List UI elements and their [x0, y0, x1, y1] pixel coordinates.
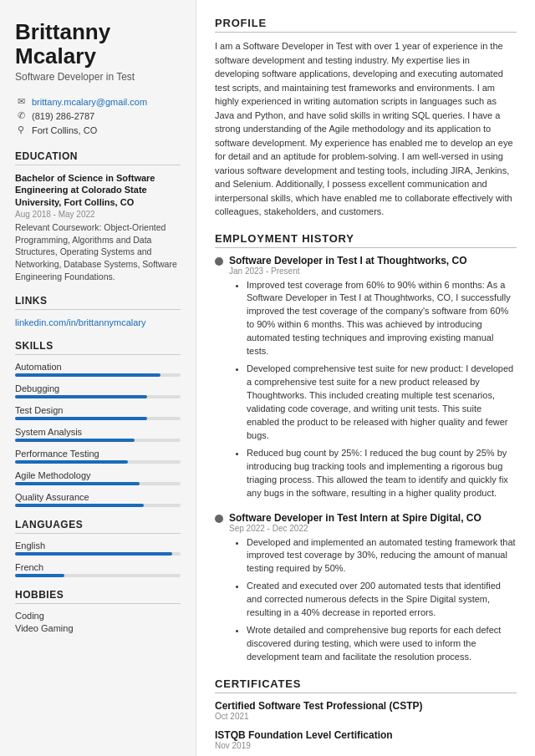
- job-bullets-1: Improved test coverage from 60% to 90% w…: [235, 279, 517, 500]
- job-date-2: Sep 2022 - Dec 2022: [229, 524, 517, 533]
- hobbies-section-header: HOBBIES: [15, 589, 181, 604]
- job-dot-1: [215, 257, 223, 266]
- skill-bar-bg: [15, 439, 181, 442]
- cert-name-2: ISTQB Foundation Level Certification: [215, 729, 517, 741]
- education-date: Aug 2018 - May 2022: [15, 210, 181, 219]
- skill-bar-bg: [15, 395, 181, 398]
- skill-bar-bg: [15, 504, 181, 507]
- contact-block: ✉ brittany.mcalary@gmail.com ✆ (819) 286…: [15, 96, 181, 135]
- skill-system-analysis: System Analysis: [15, 427, 181, 442]
- employment-header: EMPLOYMENT HISTORY: [215, 232, 517, 248]
- job-bullet-1-1: Improved test coverage from 60% to 90% w…: [247, 279, 517, 359]
- skill-test-design: Test Design: [15, 405, 181, 420]
- education-coursework: Relevant Coursework: Object-Oriented Pro…: [15, 221, 181, 282]
- candidate-title: Software Developer in Test: [15, 71, 181, 83]
- job-title-line-1: Software Developer in Test I at Thoughtw…: [215, 255, 517, 266]
- cert-date-2: Nov 2019: [215, 741, 517, 750]
- job-title-1: Software Developer in Test I at Thoughtw…: [229, 255, 466, 266]
- cert-block-1: Certified Software Test Professional (CS…: [215, 700, 517, 721]
- skill-bar-fill: [15, 417, 147, 420]
- skills-section-header: SKILLS: [15, 340, 181, 355]
- email-link[interactable]: brittany.mcalary@gmail.com: [32, 97, 147, 107]
- skill-bar-bg: [15, 373, 181, 377]
- contact-location: ⚲ Fort Collins, CO: [15, 124, 181, 135]
- cert-date-1: Oct 2021: [215, 712, 517, 721]
- profile-text: I am a Software Developer in Test with o…: [215, 39, 517, 219]
- profile-header: PROFILE: [215, 17, 517, 33]
- job-block-2: Software Developer in Test Intern at Spi…: [215, 512, 517, 664]
- education-section-header: EDUCATION: [15, 150, 181, 165]
- job-bullet-2-1: Developed and implemented an automated t…: [247, 536, 517, 576]
- phone-icon: ✆: [15, 110, 27, 121]
- linkedin-link[interactable]: linkedin.com/in/brittannymcalary: [15, 317, 146, 327]
- job-date-1: Jan 2023 - Present: [229, 266, 517, 276]
- job-bullet-2-2: Created and executed over 200 automated …: [247, 580, 517, 620]
- job-bullets-2: Developed and implemented an automated t…: [235, 536, 517, 664]
- links-section-header: LINKS: [15, 295, 181, 310]
- main-content: PROFILE I am a Software Developer in Tes…: [196, 0, 535, 756]
- skill-bar-fill: [15, 395, 147, 398]
- skill-bar-bg: [15, 482, 181, 485]
- skill-performance-testing: Performance Testing: [15, 449, 181, 464]
- skill-bar-fill: [15, 482, 140, 485]
- contact-phone: ✆ (819) 286-2787: [15, 110, 181, 121]
- linkedin-link-item: linkedin.com/in/brittannymcalary: [15, 317, 181, 328]
- location-icon: ⚲: [15, 124, 27, 135]
- skill-bar-fill: [15, 460, 128, 464]
- job-title-2: Software Developer in Test Intern at Spi…: [229, 512, 482, 524]
- skill-bar-bg: [15, 417, 181, 420]
- lang-english: English: [15, 540, 181, 556]
- skill-quality-assurance: Quality Assurance: [15, 492, 181, 507]
- lang-bar-bg: [15, 552, 181, 556]
- cert-block-2: ISTQB Foundation Level Certification Nov…: [215, 729, 517, 750]
- skill-debugging: Debugging: [15, 383, 181, 398]
- lang-french: French: [15, 562, 181, 577]
- hobby-video-gaming: Video Gaming: [15, 623, 181, 633]
- lang-bar-fill: [15, 552, 172, 556]
- cert-name-1: Certified Software Test Professional (CS…: [215, 700, 517, 712]
- sidebar: Brittanny Mcalary Software Developer in …: [0, 0, 196, 756]
- skill-bar-fill: [15, 504, 144, 507]
- lang-bar-bg: [15, 574, 181, 577]
- candidate-name: Brittanny Mcalary: [15, 20, 181, 68]
- job-bullet-1-3: Reduced bug count by 25%: I reduced the …: [247, 447, 517, 500]
- email-icon: ✉: [15, 96, 27, 107]
- skill-bar-bg: [15, 460, 181, 464]
- job-bullet-1-2: Developed comprehensive test suite for n…: [247, 363, 517, 443]
- hobby-coding: Coding: [15, 611, 181, 621]
- job-bullet-2-3: Wrote detailed and comprehensive bug rep…: [247, 624, 517, 664]
- education-degree: Bachelor of Science in Software Engineer…: [15, 172, 181, 208]
- job-block-1: Software Developer in Test I at Thoughtw…: [215, 255, 517, 500]
- skill-bar-fill: [15, 373, 160, 377]
- lang-bar-fill: [15, 574, 64, 577]
- certificates-header: CERTIFICATES: [215, 677, 517, 693]
- languages-section-header: LANGUAGES: [15, 519, 181, 534]
- skill-agile-methodology: Agile Methodology: [15, 470, 181, 485]
- job-title-line-2: Software Developer in Test Intern at Spi…: [215, 512, 517, 524]
- job-dot-2: [215, 515, 223, 523]
- contact-email: ✉ brittany.mcalary@gmail.com: [15, 96, 181, 107]
- skill-bar-fill: [15, 439, 135, 442]
- skill-automation: Automation: [15, 362, 181, 377]
